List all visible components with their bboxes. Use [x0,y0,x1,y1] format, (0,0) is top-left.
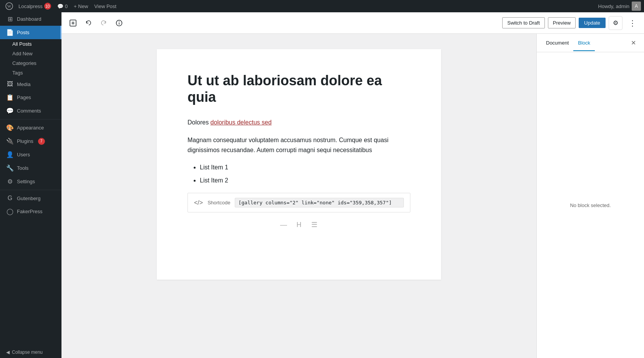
list-item-1[interactable]: List Item 1 [200,162,410,172]
editor-wrap: Switch to Draft Preview Update ⚙ ⋮ Ut ut… [61,12,644,358]
list-item-2[interactable]: List Item 2 [200,176,410,186]
sidebar-item-plugins[interactable]: 🔌 Plugins 7 [0,134,61,148]
preview-button[interactable]: Preview [548,17,576,28]
paragraph-1-link[interactable]: doloribus delectus sed [211,119,272,126]
sidebar: ⊞ Dashboard 📄 Posts All Posts Add New Ca… [0,12,61,358]
right-panel: Document Block ✕ No block selected. [536,34,644,358]
tab-block[interactable]: Block [573,35,595,51]
adminbar-view-post[interactable]: View Post [91,3,120,9]
switch-to-draft-button[interactable]: Switch to Draft [502,17,545,28]
updates-badge: 10 [44,3,51,10]
toolbar-right: Switch to Draft Preview Update ⚙ ⋮ [502,16,639,30]
sidebar-item-gutenberg[interactable]: G Gutenberg [0,192,61,205]
wp-logo-icon[interactable]: W [3,0,15,12]
tab-document[interactable]: Document [541,35,573,51]
panel-tabs: Document Block ✕ [537,34,644,52]
sidebar-item-dashboard[interactable]: ⊞ Dashboard [0,12,61,26]
panel-body: No block selected. [537,52,644,358]
block-inserter-row: — H ☰ [188,219,410,231]
post-editor[interactable]: Ut ut ab laboriosam dolore ea quia Dolor… [61,34,536,358]
shortcode-icon: </> [194,199,203,206]
paragraph-1[interactable]: Dolores doloribus delectus sed [188,118,410,128]
panel-close-button[interactable]: ✕ [627,37,639,49]
update-button[interactable]: Update [579,18,606,28]
settings-icon: ⚙ [6,178,14,185]
shortcode-label: Shortcode [207,200,230,206]
list-block: List Item 1 List Item 2 [200,162,410,185]
adminbar-right: Howdy, admin A [598,2,641,11]
info-button[interactable] [112,16,126,30]
post-title[interactable]: Ut ut ab laboriosam dolore ea quia [188,72,410,105]
sidebar-item-settings[interactable]: ⚙ Settings [0,175,61,188]
sidebar-item-media[interactable]: 🖼 Media [0,78,61,91]
editor-content-wrap: Ut ut ab laboriosam dolore ea quia Dolor… [61,34,644,358]
admin-bar: W Localpress 10 💬 0 + New View Post Howd… [0,0,644,12]
editor-toolbar: Switch to Draft Preview Update ⚙ ⋮ [61,12,644,34]
users-icon: 👤 [6,151,14,158]
posts-icon: 📄 [6,29,14,36]
more-options-button[interactable]: ⋮ [626,16,639,30]
insert-heading-button[interactable]: H [293,219,305,231]
tools-icon: 🔧 [6,164,14,172]
sidebar-item-users[interactable]: 👤 Users [0,148,61,161]
shortcode-block[interactable]: </> Shortcode [gallery columns="2" link=… [188,193,410,212]
sidebar-item-pages[interactable]: 📋 Pages [0,91,61,104]
gutenberg-icon: G [6,195,14,202]
sidebar-sub-add-new[interactable]: Add New [0,49,61,58]
plugins-badge: 7 [38,138,45,145]
sidebar-item-fakerpress[interactable]: ◯ FakerPress [0,205,61,218]
collapse-icon: ◀ [6,350,10,355]
insert-list-button[interactable]: ☰ [308,219,320,231]
plugins-icon: 🔌 [6,138,14,145]
appearance-icon: 🎨 [6,124,14,131]
insert-line-button[interactable]: — [277,219,290,231]
sidebar-sub-all-posts[interactable]: All Posts [0,39,61,49]
sidebar-item-appearance[interactable]: 🎨 Appearance [0,121,61,134]
post-content-area: Ut ut ab laboriosam dolore ea quia Dolor… [157,49,441,280]
adminbar-comments[interactable]: 💬 0 [54,3,71,9]
sidebar-sub-categories[interactable]: Categories [0,58,61,68]
svg-text:W: W [7,4,12,8]
sidebar-sub-tags[interactable]: Tags [0,68,61,78]
collapse-menu-button[interactable]: ◀ Collapse menu [0,346,61,358]
shortcode-value: [gallery columns="2" link="none" ids="35… [235,198,404,207]
comments-icon: 💬 [6,107,14,114]
undo-button[interactable] [81,16,95,30]
adminbar-site-name[interactable]: Localpress 10 [15,3,54,10]
redo-button[interactable] [97,16,111,30]
comment-icon: 💬 [57,3,63,9]
pages-icon: 📋 [6,94,14,101]
media-icon: 🖼 [6,81,14,88]
settings-gear-button[interactable]: ⚙ [609,16,622,30]
dashboard-icon: ⊞ [6,15,14,23]
adminbar-new[interactable]: + New [71,3,91,9]
add-block-button[interactable] [66,16,80,30]
fakerpress-icon: ◯ [6,208,14,215]
sidebar-item-posts[interactable]: 📄 Posts [0,26,61,39]
sidebar-item-tools[interactable]: 🔧 Tools [0,161,61,175]
sidebar-item-comments[interactable]: 💬 Comments [0,104,61,118]
avatar: A [632,2,641,11]
svg-point-7 [119,21,120,22]
paragraph-2[interactable]: Magnam consequatur voluptatem accusamus … [188,135,410,155]
no-block-selected-text: No block selected. [570,202,611,208]
